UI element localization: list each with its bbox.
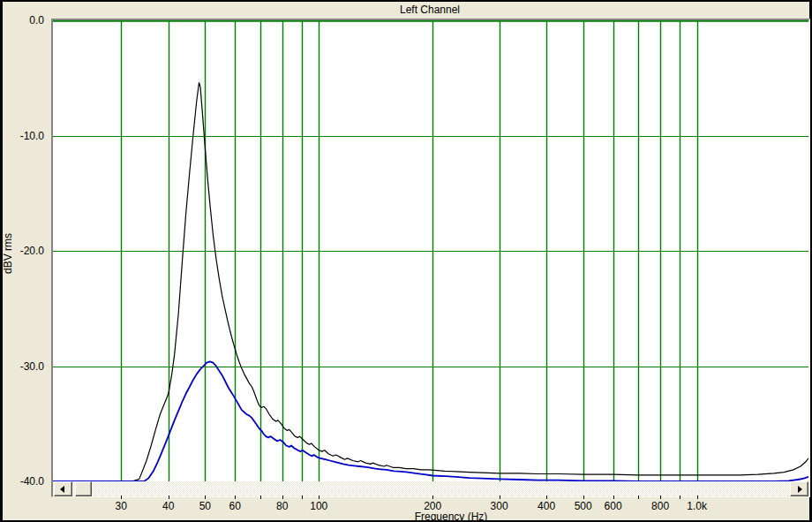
- x-tick-mark: [660, 496, 661, 499]
- x-tick-mark: [638, 496, 639, 499]
- x-tick-mark: [169, 496, 169, 499]
- x-tick-mark: [583, 496, 584, 499]
- y-tick-label: -10.0: [2, 130, 44, 142]
- x-tick-label: 60: [229, 500, 241, 512]
- x-tick-mark: [235, 496, 236, 499]
- x-tick-label: 40: [162, 500, 174, 512]
- scroll-right-icon: [798, 486, 802, 493]
- grid-layer: [53, 20, 808, 481]
- x-tick-label: 400: [538, 500, 555, 512]
- x-tick-mark: [121, 496, 122, 499]
- scroll-right-button[interactable]: [790, 481, 808, 496]
- chart-title: Left Channel: [51, 3, 808, 17]
- y-tick-label: 0.0: [2, 14, 44, 26]
- scroll-thumb[interactable]: [75, 481, 92, 496]
- x-tick-label: 300: [491, 500, 508, 512]
- spectrum-trace-blue: [53, 361, 808, 481]
- x-tick-mark: [260, 496, 261, 499]
- x-tick-mark: [500, 496, 500, 499]
- scroll-left-button[interactable]: [54, 481, 72, 496]
- x-tick-mark: [432, 496, 433, 499]
- y-tick-label: -30.0: [2, 360, 44, 373]
- x-tick-label: 1.0k: [687, 500, 707, 512]
- x-tick-label: 50: [199, 500, 211, 512]
- x-tick-label: 500: [575, 500, 592, 512]
- x-tick-label: 80: [276, 500, 288, 512]
- y-tick-label: -40.0: [2, 475, 44, 488]
- x-tick-mark: [613, 496, 614, 499]
- x-tick-mark: [282, 496, 283, 499]
- spectrum-plot: [53, 20, 808, 481]
- x-tick-label: 100: [310, 500, 327, 512]
- x-tick-label: 30: [116, 500, 127, 512]
- x-tick-mark: [205, 496, 206, 499]
- x-tick-mark: [302, 496, 303, 499]
- x-tick-mark: [319, 496, 320, 499]
- x-tick-mark: [546, 496, 547, 499]
- x-tick-label: 600: [605, 500, 622, 512]
- plot-area: [51, 19, 810, 497]
- horizontal-scrollbar[interactable]: [53, 481, 808, 496]
- spectrum-trace-black: [53, 83, 808, 482]
- x-axis-title: Frequency (Hz): [415, 511, 488, 522]
- x-tick-mark: [697, 496, 698, 499]
- x-tick-label: 800: [651, 500, 669, 512]
- app-window: Left Channel dBV rms 0.0-10.0-20.0-30.0-…: [3, 2, 809, 520]
- x-tick-mark: [680, 496, 680, 499]
- scroll-left-icon: [60, 486, 64, 493]
- y-tick-label: -20.0: [2, 245, 44, 257]
